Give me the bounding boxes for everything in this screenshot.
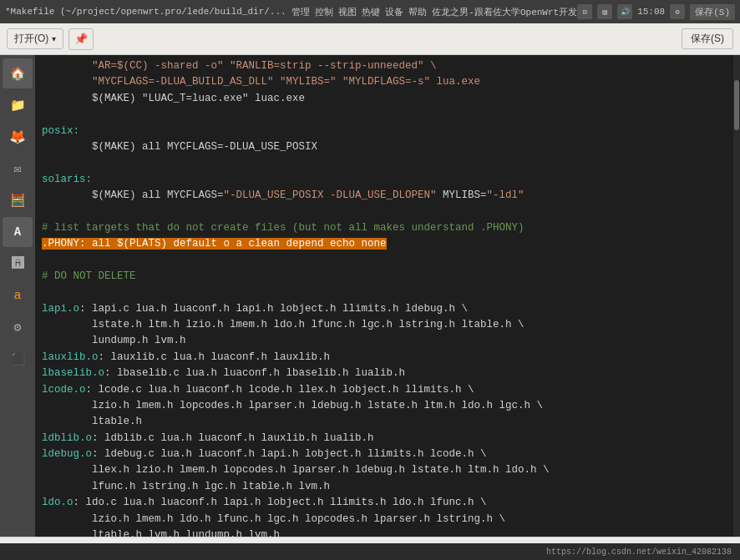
pin-button[interactable]: 📌	[68, 28, 94, 50]
clock: 15:08	[637, 7, 665, 17]
code-token: "-ldl"	[487, 189, 525, 201]
menu-device[interactable]: 设备	[385, 6, 403, 18]
sys-icon-3[interactable]: 🔊	[617, 4, 632, 19]
code-token: : lcode.c lua.h luaconf.h lcode.h llex.h…	[86, 384, 474, 396]
toolbar: 打开(O) ▾ 📌 保存(S)	[0, 23, 740, 55]
code-token: lundump.h lvm.h	[42, 335, 186, 346]
sidebar-icon-amazon[interactable]: a	[3, 280, 33, 310]
menu-user: 佐龙之男-跟着佐大学OpenWrt开发	[432, 6, 577, 18]
code-token: ldo.o	[42, 497, 73, 508]
sidebar: 🏠 📁 🦊 ✉ 🧮 A 🅰 a ⚙ ⬛	[0, 55, 35, 537]
code-token: "-DLUA_USE_POSIX -DLUA_USE_DLOPEN"	[224, 189, 437, 201]
code-token: "AR=$(CC) -shared -o" "RANLIB=strip --st…	[42, 60, 437, 72]
code-token: : lapi.c lua.h luaconf.h lapi.h lobject.…	[79, 303, 468, 315]
code-token: lauxlib.o	[42, 351, 99, 363]
code-token: ltable.h	[42, 416, 142, 427]
sidebar-icon-settings[interactable]: ⚙	[3, 312, 33, 342]
code-token: MYLIBS=	[437, 189, 487, 201]
system-bar: *Makefile (~/project/openwrt.pro/lede/bu…	[0, 0, 740, 23]
code-token: llex.h lzio.h lmem.h lopcodes.h lparser.…	[42, 464, 550, 476]
save-button[interactable]: 保存(S)	[682, 28, 733, 49]
code-token: # DO NOT DELETE	[42, 270, 136, 282]
code-token: lzio.h lmem.h ldo.h lfunc.h lgc.h lopcod…	[42, 513, 505, 525]
code-token: $(MAKE) all MYCFLAGS=-DLUA_USE_POSIX	[42, 141, 317, 153]
code-token: : lauxlib.c lua.h luaconf.h lauxlib.h	[99, 351, 331, 363]
url-bar: https://blog.csdn.net/weixin_42082138	[0, 543, 740, 560]
sidebar-icon-calc[interactable]: 🧮	[3, 185, 33, 215]
sidebar-icon-home[interactable]: 🏠	[3, 58, 33, 88]
open-button[interactable]: 打开(O) ▾	[7, 28, 63, 49]
sidebar-icon-firefox[interactable]: 🦊	[3, 122, 33, 152]
code-token: lstate.h ltm.h lzio.h lmem.h ldo.h lfunc…	[42, 319, 525, 330]
code-token: lbaselib.o	[42, 367, 104, 379]
sys-icon-2[interactable]: ▤	[597, 4, 612, 19]
open-dropdown-icon[interactable]: ▾	[52, 34, 56, 43]
code-token: : lbaselib.c lua.h luaconf.h lbaselib.h …	[104, 367, 405, 379]
code-content[interactable]: "AR=$(CC) -shared -o" "RANLIB=strip --st…	[35, 55, 733, 537]
code-token: lfunc.h lstring.h lgc.h ltable.h lvm.h	[42, 481, 330, 492]
code-token: ltable.h lvm.h lundump.h lvm.h	[42, 529, 280, 537]
menu-view[interactable]: 视图	[338, 6, 357, 18]
code-token: : ldblib.c lua.h luaconf.h lauxlib.h lua…	[92, 432, 374, 444]
code-token: "MYCFLAGS=-DLUA_BUILD_AS_DLL" "MYLIBS=" …	[42, 76, 480, 88]
code-token: $(MAKE) all MYCFLAGS=	[42, 189, 224, 201]
menu-help[interactable]: 帮助	[408, 6, 427, 18]
code-token: # list targets that do not create files …	[42, 222, 525, 234]
code-token: $(MAKE) "LUAC_T=luac.exe" luac.exe	[42, 93, 305, 104]
sidebar-icon-files[interactable]: 📁	[3, 90, 33, 120]
sidebar-icon-font[interactable]: 🅰	[3, 249, 33, 279]
code-token: ldblib.o	[42, 432, 92, 444]
settings-icon[interactable]: ⚙	[670, 4, 685, 19]
highlighted-line: .PHONY: all $(PLATS) default o a clean d…	[42, 238, 387, 250]
sidebar-icon-terminal[interactable]: ⬛	[3, 344, 33, 374]
code-token: lcode.o	[42, 384, 86, 396]
sidebar-icon-mail[interactable]: ✉	[3, 154, 33, 184]
menu-hotkey[interactable]: 热键	[362, 6, 380, 18]
scrollbar-thumb[interactable]	[734, 80, 739, 130]
window-title: *Makefile (~/project/openwrt.pro/lede/bu…	[5, 7, 286, 17]
menu-manage[interactable]: 管理	[291, 6, 310, 18]
code-token: solaris:	[42, 174, 92, 185]
sys-icon-1[interactable]: ⊟	[577, 4, 592, 19]
sidebar-icon-text[interactable]: A	[3, 217, 33, 247]
open-label: 打开(O)	[14, 32, 48, 46]
code-token: : ldo.c lua.h luaconf.h lapi.h lobject.h…	[73, 497, 487, 508]
code-token: posix:	[42, 125, 79, 137]
scrollbar[interactable]	[733, 55, 740, 537]
code-token: lzio.h lmem.h lopcodes.h lparser.h ldebu…	[42, 400, 543, 411]
save-button-top[interactable]: 保存(S)	[690, 4, 735, 20]
code-token: lapi.o	[42, 303, 79, 315]
url-text: https://blog.csdn.net/weixin_42082138	[546, 547, 732, 557]
code-token: : ldebug.c lua.h luaconf.h lapi.h lobjec…	[92, 448, 487, 460]
menu-control[interactable]: 控制	[315, 6, 333, 18]
code-token: ldebug.o	[42, 448, 92, 460]
main-layout: 🏠 📁 🦊 ✉ 🧮 A 🅰 a ⚙ ⬛ "AR=$(CC) -shared -o…	[0, 55, 740, 537]
editor-area[interactable]: "AR=$(CC) -shared -o" "RANLIB=strip --st…	[35, 55, 733, 537]
